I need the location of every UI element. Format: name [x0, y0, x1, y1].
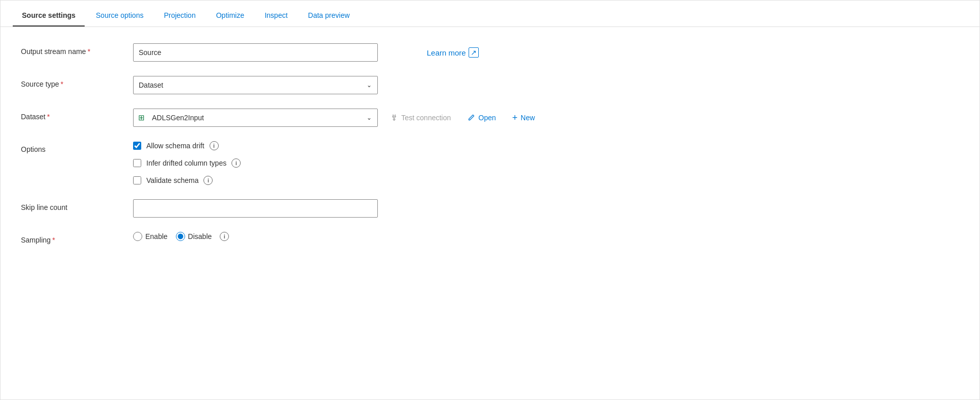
open-button[interactable]: Open [463, 112, 500, 124]
sampling-row: Sampling* Enable Disable i [21, 232, 959, 244]
required-star-1: * [88, 47, 90, 56]
infer-drifted-info-icon[interactable]: i [231, 158, 241, 168]
infer-drifted-label: Infer drifted column types [146, 159, 226, 167]
learn-more-link[interactable]: Learn more ↗ [427, 47, 479, 58]
tab-projection[interactable]: Projection [154, 4, 204, 26]
required-star-3: * [47, 113, 49, 121]
test-connection-button[interactable]: Test connection [386, 112, 455, 124]
tab-source-settings[interactable]: Source settings [13, 4, 85, 26]
source-type-controls: Dataset Inline ⌄ [133, 76, 959, 94]
options-controls: Allow schema drift i Infer drifted colum… [133, 141, 959, 185]
tab-optimize[interactable]: Optimize [207, 4, 253, 26]
allow-schema-drift-info-icon[interactable]: i [210, 141, 219, 150]
skip-line-count-input[interactable] [133, 199, 378, 218]
validate-schema-row: Validate schema i [133, 176, 241, 185]
allow-schema-drift-checkbox[interactable] [133, 142, 141, 150]
output-stream-name-label: Output stream name* [21, 43, 133, 56]
validate-schema-label: Validate schema [146, 176, 198, 184]
validate-schema-checkbox[interactable] [133, 176, 141, 184]
options-checkboxes: Allow schema drift i Infer drifted colum… [133, 141, 241, 185]
sampling-label: Sampling* [21, 232, 133, 244]
sampling-controls: Enable Disable i [133, 232, 959, 241]
skip-line-count-label: Skip line count [21, 199, 133, 211]
source-type-label: Source type* [21, 76, 133, 88]
skip-line-count-controls [133, 199, 959, 218]
infer-drifted-row: Infer drifted column types i [133, 158, 241, 168]
allow-schema-drift-label: Allow schema drift [146, 142, 204, 150]
sampling-enable-radio[interactable] [133, 232, 142, 241]
options-row: Options Allow schema drift i Infer drift… [21, 141, 959, 185]
skip-line-count-row: Skip line count [21, 199, 959, 218]
sampling-enable-label: Enable [145, 232, 168, 241]
sampling-disable-radio[interactable] [176, 232, 185, 241]
tab-data-preview[interactable]: Data preview [299, 4, 359, 26]
options-label: Options [21, 141, 133, 153]
sampling-radio-group: Enable Disable i [133, 232, 229, 241]
sampling-info-icon[interactable]: i [220, 232, 229, 241]
source-type-select[interactable]: Dataset Inline [133, 76, 378, 94]
source-type-row: Source type* Dataset Inline ⌄ [21, 76, 959, 94]
dataset-select[interactable]: ADLSGen2Input [133, 109, 378, 127]
allow-schema-drift-row: Allow schema drift i [133, 141, 241, 150]
form-content: Output stream name* Learn more ↗ Source … [1, 27, 979, 275]
output-stream-name-controls: Learn more ↗ [133, 43, 959, 62]
dataset-dropdown-wrapper: ⊞ ADLSGen2Input ⌄ [133, 109, 378, 127]
source-type-dropdown-wrapper: Dataset Inline ⌄ [133, 76, 378, 94]
dataset-label: Dataset* [21, 109, 133, 121]
plug-icon [390, 114, 398, 122]
validate-schema-info-icon[interactable]: i [203, 176, 213, 185]
required-star-4: * [52, 236, 55, 244]
sampling-enable-option[interactable]: Enable [133, 232, 168, 241]
new-button[interactable]: + New [508, 111, 539, 124]
sampling-disable-label: Disable [188, 232, 212, 241]
external-link-icon: ↗ [469, 47, 479, 58]
infer-drifted-checkbox[interactable] [133, 159, 141, 167]
plus-icon: + [512, 113, 518, 122]
pencil-icon [467, 114, 475, 122]
sampling-disable-option[interactable]: Disable [176, 232, 212, 241]
tab-bar: Source settings Source options Projectio… [1, 1, 979, 27]
output-stream-name-row: Output stream name* Learn more ↗ [21, 43, 959, 62]
dataset-row: Dataset* ⊞ ADLSGen2Input ⌄ Test connecti… [21, 109, 959, 127]
output-stream-name-input[interactable] [133, 43, 378, 62]
required-star-2: * [61, 80, 63, 88]
tab-source-options[interactable]: Source options [87, 4, 152, 26]
tab-inspect[interactable]: Inspect [255, 4, 297, 26]
dataset-controls: ⊞ ADLSGen2Input ⌄ Test connection [133, 109, 959, 127]
